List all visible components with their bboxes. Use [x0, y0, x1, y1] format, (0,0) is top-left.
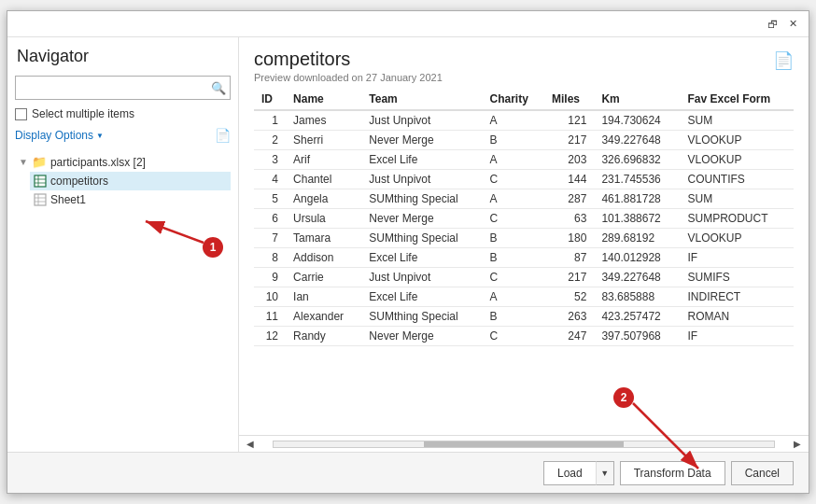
table-cell: A [483, 110, 545, 131]
table-cell: 9 [254, 268, 286, 287]
sheet-icon [34, 193, 47, 206]
tree-item-sheet1[interactable]: Sheet1 [30, 190, 231, 209]
table-cell: 63 [544, 209, 594, 229]
tree-item-competitors[interactable]: competitors [30, 172, 231, 190]
table-cell: 326.696832 [594, 150, 680, 170]
sheet1-label: Sheet1 [50, 193, 86, 206]
scroll-right-icon[interactable]: ▶ [794, 439, 801, 449]
table-cell: Never Merge [361, 327, 482, 346]
table-cell: SUMPRODUCT [681, 209, 795, 229]
table-row: 7TamaraSUMthing SpecialB180289.68192VLOO… [254, 229, 794, 248]
table-cell: 4 [254, 170, 286, 189]
svg-rect-4 [35, 194, 46, 205]
collapse-icon: ▼ [19, 157, 28, 167]
preview-title: competitors [254, 49, 443, 70]
table-cell: A [483, 189, 545, 209]
table-cell: Tamara [286, 229, 361, 248]
table-cell: 87 [544, 248, 594, 268]
export-icon[interactable]: 📄 [215, 128, 231, 143]
col-team: Team [361, 89, 482, 110]
table-cell: VLOOKUP [681, 150, 795, 170]
table-cell: 101.388672 [594, 209, 680, 229]
table-cell: James [286, 110, 361, 131]
preview-title-group: competitors Preview downloaded on 27 Jan… [254, 49, 443, 83]
table-cell: Angela [286, 189, 361, 209]
table-cell: 461.881728 [594, 189, 680, 209]
footer-bar: Load ▼ Transform Data Cancel [7, 452, 809, 493]
table-cell: Just Unpivot [361, 110, 482, 131]
scroll-left-icon[interactable]: ◀ [246, 439, 254, 449]
col-km: Km [594, 89, 680, 110]
load-dropdown-arrow[interactable]: ▼ [596, 461, 614, 485]
table-cell: SUMthing Special [361, 307, 482, 327]
search-box[interactable]: 🔍 [15, 76, 231, 100]
svg-rect-0 [35, 175, 46, 187]
table-cell: Just Unpivot [361, 170, 482, 189]
table-cell: Arif [286, 150, 361, 170]
table-row: 4ChantelJust UnpivotC144231.745536COUNTI… [254, 170, 794, 189]
table-cell: 397.507968 [594, 327, 680, 346]
table-cell: 263 [544, 307, 594, 327]
table-header-row: ID Name Team Charity Miles Km Fav Excel … [254, 89, 794, 110]
select-multiple-row: Select multiple items [15, 107, 231, 120]
table-row: 9CarrieJust UnpivotC217349.227648SUMIFS [254, 268, 794, 287]
table-cell: 2 [254, 131, 286, 150]
table-row: 8AddisonExcel LifeB87140.012928IF [254, 248, 794, 268]
table-cell: B [483, 229, 545, 248]
table-cell: 8 [254, 248, 286, 268]
col-fav-excel: Fav Excel Form [681, 89, 795, 110]
table-container[interactable]: ID Name Team Charity Miles Km Fav Excel … [239, 89, 809, 435]
table-cell: Ian [286, 287, 361, 307]
table-cell: 6 [254, 209, 286, 229]
table-cell: Never Merge [361, 131, 482, 150]
table-cell: Chantel [286, 170, 361, 189]
col-id: ID [254, 89, 286, 110]
search-icon[interactable]: 🔍 [211, 81, 226, 95]
horizontal-scrollbar[interactable]: ◀ ▶ [239, 435, 809, 452]
table-row: 3ArifExcel LifeA203326.696832VLOOKUP [254, 150, 794, 170]
select-multiple-checkbox[interactable] [15, 108, 27, 120]
display-options-button[interactable]: Display Options ▼ [15, 129, 104, 142]
table-cell: 140.012928 [594, 248, 680, 268]
table-cell: 349.227648 [594, 268, 680, 287]
scroll-thumb[interactable] [424, 441, 624, 447]
table-cell: IF [681, 248, 795, 268]
table-cell: 289.68192 [594, 229, 680, 248]
select-multiple-label: Select multiple items [32, 107, 134, 120]
table-cell: ROMAN [681, 307, 795, 327]
tree-item-file[interactable]: ▼ 📁 participants.xlsx [2] [15, 152, 231, 172]
display-options-label: Display Options [15, 129, 93, 142]
table-cell: Never Merge [361, 209, 482, 229]
col-charity: Charity [483, 89, 545, 110]
table-row: 1JamesJust UnpivotA121194.730624SUM [254, 110, 794, 131]
display-options-row: Display Options ▼ 📄 [15, 128, 231, 143]
search-input[interactable] [20, 81, 211, 94]
table-cell: C [483, 327, 545, 346]
table-cell: SUMIFS [681, 268, 795, 287]
load-button[interactable]: Load [543, 461, 596, 485]
table-row: 5AngelaSUMthing SpecialA287461.881728SUM [254, 189, 794, 209]
table-cell: 10 [254, 287, 286, 307]
table-cell: 121 [544, 110, 594, 131]
competitors-label: competitors [50, 175, 108, 188]
table-cell: C [483, 209, 545, 229]
table-cell: 217 [544, 268, 594, 287]
cancel-button[interactable]: Cancel [731, 461, 794, 485]
table-cell: 287 [544, 189, 594, 209]
title-bar: 🗗 ✕ [7, 11, 809, 37]
close-button[interactable]: ✕ [782, 14, 803, 35]
table-cell: 5 [254, 189, 286, 209]
scroll-track[interactable] [273, 441, 775, 448]
data-table: ID Name Team Charity Miles Km Fav Excel … [254, 89, 794, 346]
table-cell: 1 [254, 110, 286, 131]
col-miles: Miles [544, 89, 594, 110]
table-cell: 217 [544, 131, 594, 150]
transform-data-button[interactable]: Transform Data [620, 461, 725, 485]
table-row: 12RandyNever MergeC247397.507968IF [254, 327, 794, 346]
table-cell: Excel Life [361, 287, 482, 307]
table-cell: Carrie [286, 268, 361, 287]
preview-export-icon[interactable]: 📄 [773, 50, 794, 71]
restore-button[interactable]: 🗗 [762, 14, 782, 35]
preview-header: competitors Preview downloaded on 27 Jan… [239, 37, 809, 89]
table-cell: Just Unpivot [361, 268, 482, 287]
